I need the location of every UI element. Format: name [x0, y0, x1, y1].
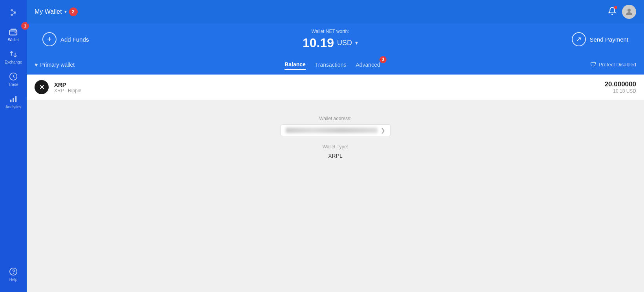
sidebar-item-exchange[interactable]: Exchange [0, 46, 27, 68]
main-content: My Wallet ▾ 2 + Add Funds [27, 0, 644, 292]
wallet-address-box[interactable]: ❯ [281, 124, 390, 136]
net-worth-section: Wallet NET worth: 10.19 USD ▾ [89, 29, 572, 50]
send-payment-label: Send Payment [590, 36, 628, 43]
tab-balance[interactable]: Balance [285, 60, 306, 70]
sidebar-item-wallet-label: Wallet [8, 38, 18, 42]
sidebar-item-trade-label: Trade [8, 82, 18, 87]
xrp-subtitle: XRP - Ripple [54, 88, 81, 93]
wallet-type-section: Wallet Type: XRPL [323, 144, 348, 159]
svg-line-4 [12, 13, 15, 15]
wallet-type-label: Wallet Type: [323, 144, 348, 150]
sidebar-item-analytics[interactable]: Analytics [0, 91, 27, 113]
sidebar-item-trade[interactable]: Trade [0, 68, 27, 91]
topbar-right [608, 5, 636, 19]
protect-disabled-label: Protect Disabled [599, 62, 636, 68]
sidebar-item-wallet[interactable]: 1 Wallet [0, 24, 27, 46]
tab-advanced-label: Advanced [356, 62, 380, 68]
xrp-usd-value: 10.18 USD [605, 88, 636, 94]
svg-rect-9 [13, 98, 14, 102]
wallet-name: My Wallet [35, 8, 62, 15]
sidebar-item-exchange-label: Exchange [5, 60, 22, 64]
address-label: Wallet address: [319, 116, 351, 121]
net-worth-amount: 10.19 [303, 36, 334, 50]
xrp-amount-section: 20.000000 10.18 USD [605, 80, 636, 94]
heart-icon: ♥ [35, 62, 38, 68]
header-panel: + Add Funds Wallet NET worth: 10.19 USD … [27, 24, 644, 55]
shield-icon: 🛡 [590, 61, 597, 68]
svg-point-13 [628, 9, 631, 12]
sidebar-item-help-label: Help [9, 277, 18, 282]
add-funds-button[interactable]: + Add Funds [42, 32, 89, 46]
sidebar-item-help[interactable]: Help [9, 263, 18, 286]
svg-line-3 [12, 10, 15, 13]
wallet-address-blurred [286, 128, 378, 133]
add-funds-icon: + [42, 32, 57, 46]
add-funds-label: Add Funds [60, 36, 89, 43]
send-payment-button[interactable]: ↗ Send Payment [572, 32, 628, 46]
copy-address-icon[interactable]: ❯ [381, 127, 385, 133]
notification-dot [614, 6, 617, 9]
tab-transactions[interactable]: Transactions [315, 60, 347, 69]
sidebar-item-analytics-label: Analytics [5, 105, 21, 109]
app-logo [5, 5, 21, 20]
sidebar: 1 Wallet Exchange Trade Analytics [0, 0, 27, 292]
currency-chevron[interactable]: ▾ [355, 40, 358, 46]
protect-disabled-button[interactable]: 🛡 Protect Disabled [590, 61, 636, 68]
xrp-info: XRP XRP - Ripple [54, 81, 81, 93]
content-area: ✕ XRP XRP - Ripple 20.000000 10.18 USD W… [27, 75, 644, 292]
notification-bell[interactable] [608, 7, 617, 17]
user-avatar[interactable] [622, 5, 636, 19]
net-worth-label: Wallet NET worth: [312, 29, 349, 34]
xrp-amount: 20.000000 [605, 80, 636, 88]
svg-rect-10 [15, 96, 17, 102]
wallet-selector[interactable]: My Wallet ▾ 2 [35, 7, 78, 16]
svg-rect-6 [11, 29, 16, 30]
wallet-details: Wallet address: ❯ Wallet Type: XRPL [27, 100, 644, 175]
tabs-center: Balance Transactions Advanced 3 [75, 60, 590, 70]
primary-wallet-label: ♥ Primary wallet [35, 62, 75, 68]
send-payment-icon: ↗ [572, 32, 586, 46]
net-worth-value: 10.19 USD ▾ [303, 36, 358, 50]
xrp-name: XRP [54, 81, 81, 88]
currency-label: USD [337, 39, 352, 47]
xrp-row[interactable]: ✕ XRP XRP - Ripple 20.000000 10.18 USD [27, 75, 644, 100]
tab-advanced[interactable]: Advanced 3 [356, 60, 380, 69]
wallet-tabs-bar: ♥ Primary wallet Balance Transactions Ad… [27, 55, 644, 75]
svg-point-12 [13, 273, 14, 274]
svg-rect-8 [10, 100, 12, 102]
advanced-badge-count: 3 [379, 56, 387, 63]
xrp-icon: ✕ [35, 80, 49, 94]
wallet-selector-chevron: ▾ [64, 9, 67, 15]
primary-wallet-text: Primary wallet [40, 62, 75, 68]
topbar: My Wallet ▾ 2 [27, 0, 644, 24]
topbar-badge: 2 [69, 7, 78, 16]
wallet-type-value: XRPL [328, 153, 343, 159]
